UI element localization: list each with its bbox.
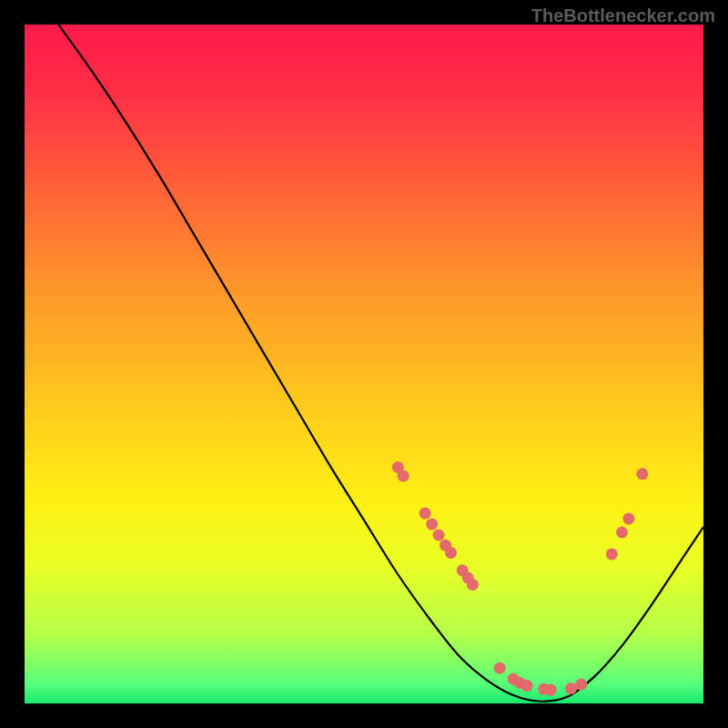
- data-marker: [622, 513, 634, 525]
- data-marker: [426, 519, 438, 531]
- data-marker: [545, 684, 557, 696]
- data-marker: [521, 680, 533, 692]
- chart-plot: [25, 25, 703, 703]
- data-marker: [467, 579, 479, 591]
- data-marker: [445, 547, 457, 559]
- data-marker: [606, 548, 618, 560]
- data-marker: [433, 529, 445, 541]
- chart-svg: [25, 25, 703, 703]
- chart-background: [25, 25, 703, 703]
- data-marker: [494, 662, 506, 674]
- data-marker: [616, 527, 628, 539]
- data-marker: [565, 682, 577, 694]
- data-marker: [398, 470, 410, 482]
- watermark: TheBottlenecker.com: [531, 5, 715, 26]
- data-marker: [636, 468, 648, 480]
- data-marker: [420, 508, 431, 520]
- data-marker: [575, 679, 587, 691]
